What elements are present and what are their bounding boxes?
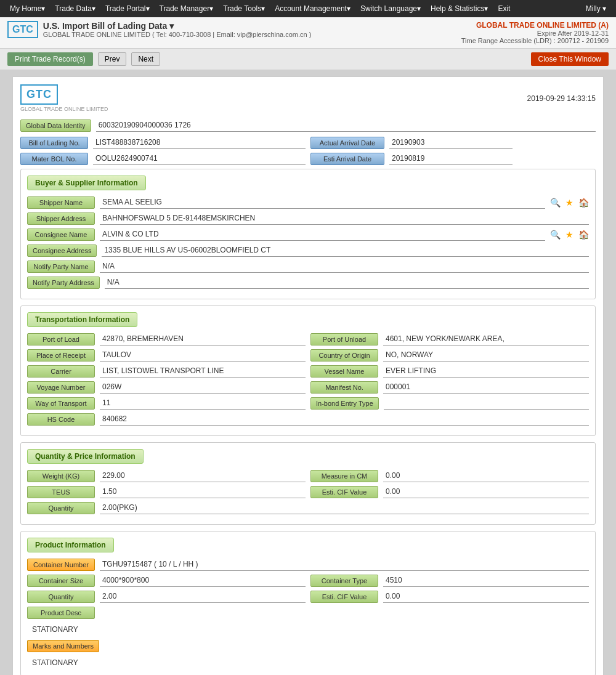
contact-info: GLOBAL TRADE ONLINE LIMITED ( Tel: 400-7…	[43, 31, 312, 38]
marks-numbers-row: Marks and Numbers	[27, 640, 589, 652]
consignee-search-icon[interactable]: 🔍	[550, 230, 561, 240]
time-range: Time Range Accessible (LDR) : 200712 - 2…	[461, 37, 609, 44]
print-button-top[interactable]: Print Trade Record(s)	[7, 52, 93, 66]
product-quantity-label: Quantity	[27, 591, 95, 603]
teus-cif-row: TEUS 1.50 Esti. CIF Value 0.00	[27, 486, 589, 498]
global-data-row: Global Data Identity 600320190904000036 …	[20, 119, 596, 132]
esti-cif-value: 0.00	[383, 486, 589, 498]
nav-trade-manager[interactable]: Trade Manager ▾	[155, 0, 219, 17]
shipper-address-value: BAHNHOFSWALD 5 DE-91448EMSKIRCHEN	[100, 212, 589, 225]
shipper-name-value: SEMA AL SEELIG	[100, 196, 545, 209]
notify-party-address-value: N/A	[105, 277, 589, 289]
product-qty-cif-row: Quantity 2.00 Esti. CIF Value 0.00	[27, 591, 589, 603]
port-unload-label: Port of Unload	[310, 333, 378, 346]
card-header: GTC GLOBAL TRADE ONLINE LIMITED 2019-09-…	[20, 84, 596, 112]
weight-value: 229.00	[100, 470, 306, 482]
master-bol-row: Mater BOL No. OOLU2624900741 Esti Arriva…	[20, 153, 596, 165]
buyer-supplier-title: Buyer & Supplier Information	[27, 176, 146, 190]
container-size-value: 4000*900*800	[100, 575, 306, 587]
container-number-row: Container Number TGHU9715487 ( 10 / L / …	[27, 559, 589, 571]
weight-label: Weight (KG)	[27, 470, 95, 482]
consignee-address-row: Consignee Address 1335 BLUE HILLS AV US-…	[27, 245, 589, 257]
inbond-entry-label: In-bond Entry Type	[310, 397, 379, 410]
consignee-address-value: 1335 BLUE HILLS AV US-06002BLOOMFIELD CT	[102, 245, 589, 257]
measure-cm-value: 0.00	[383, 470, 589, 482]
nav-trade-portal[interactable]: Trade Portal ▾	[100, 0, 155, 17]
expire-info: Expire After 2019-12-31	[461, 30, 609, 37]
product-info-section: Product Information Container Number TGH…	[20, 531, 596, 675]
main-content: GTC GLOBAL TRADE ONLINE LIMITED 2019-09-…	[0, 70, 616, 675]
transportation-section: Transportation Information Port of Load …	[20, 305, 596, 436]
nav-switch-language[interactable]: Switch Language ▾	[355, 0, 426, 17]
sub-header: GTC U.S. Import Bill of Lading Data ▾ GL…	[0, 17, 616, 49]
sub-header-right: GLOBAL TRADE ONLINE LIMITED (A) Expire A…	[461, 21, 609, 44]
product-esti-cif-value: 0.00	[383, 591, 589, 603]
top-navigation: My Home ▾ Trade Data ▾ Trade Portal ▾ Tr…	[0, 0, 616, 17]
close-button-top[interactable]: Close This Window	[531, 52, 609, 66]
notify-party-name-label: Notify Party Name	[27, 261, 95, 273]
carrier-label: Carrier	[27, 365, 95, 378]
port-load-label: Port of Load	[27, 333, 95, 346]
global-data-value: 600320190904000036 1726	[96, 119, 596, 132]
nav-exit[interactable]: Exit	[493, 0, 515, 17]
quantity-value: 2.00(PKG)	[100, 502, 589, 514]
sub-header-left: GTC U.S. Import Bill of Lading Data ▾ GL…	[7, 21, 311, 38]
logo-text: GTC	[12, 24, 33, 35]
consignee-star-icon[interactable]: ★	[565, 230, 573, 240]
receipt-origin-row: Place of Receipt TAULOV Country of Origi…	[27, 349, 589, 362]
nav-help-statistics[interactable]: Help & Statistics ▾	[426, 0, 493, 17]
shipper-address-label: Shipper Address	[27, 212, 95, 225]
esti-arrival-label: Esti Arrival Date	[310, 153, 384, 165]
carrier-value: LIST, LISTOWEL TRANSPORT LINE	[100, 365, 306, 378]
shipper-name-label: Shipper Name	[27, 196, 95, 209]
buyer-supplier-section: Buyer & Supplier Information Shipper Nam…	[20, 169, 596, 299]
transport-inbond-row: Way of Transport 11 In-bond Entry Type	[27, 397, 589, 410]
nav-account-management[interactable]: Account Management ▾	[270, 0, 355, 17]
shipper-home-icon[interactable]: 🏠	[578, 198, 589, 208]
place-receipt-value: TAULOV	[100, 349, 306, 362]
record-card: GTC GLOBAL TRADE ONLINE LIMITED 2019-09-…	[12, 76, 604, 675]
quantity-price-title: Quantity & Price Information	[27, 449, 144, 464]
product-desc-label: Product Desc	[27, 607, 95, 619]
logo-subtitle: GLOBAL TRADE ONLINE LIMITED	[20, 106, 108, 112]
consignee-name-row: Consignee Name ALVIN & CO LTD 🔍 ★ 🏠	[27, 228, 589, 241]
marks-numbers-value: STATIONARY	[27, 656, 589, 669]
nav-trade-data[interactable]: Trade Data ▾	[50, 0, 100, 17]
teus-value: 1.50	[100, 486, 306, 498]
consignee-address-label: Consignee Address	[27, 245, 97, 257]
port-load-value: 42870, BREMERHAVEN	[100, 333, 306, 346]
shipper-star-icon[interactable]: ★	[565, 198, 573, 208]
next-button-top[interactable]: Next	[131, 52, 160, 66]
product-desc-value: STATIONARY	[27, 623, 589, 636]
quantity-price-section: Quantity & Price Information Weight (KG)…	[20, 442, 596, 525]
way-transport-label: Way of Transport	[27, 397, 95, 410]
carrier-vessel-row: Carrier LIST, LISTOWEL TRANSPORT LINE Ve…	[27, 365, 589, 378]
vessel-name-value: EVER LIFTING	[383, 365, 589, 378]
voyage-number-value: 026W	[100, 381, 306, 394]
place-receipt-label: Place of Receipt	[27, 349, 95, 362]
user-label: Milly ▾	[581, 4, 611, 13]
esti-cif-label: Esti. CIF Value	[310, 486, 378, 498]
logo-area: GTC GLOBAL TRADE ONLINE LIMITED	[20, 84, 108, 112]
record-datetime: 2019-09-29 14:33:15	[527, 94, 596, 103]
country-origin-value: NO, NORWAY	[383, 349, 589, 362]
prev-button-top[interactable]: Prev	[98, 52, 127, 66]
consignee-home-icon[interactable]: 🏠	[578, 230, 589, 240]
logo: GTC	[20, 84, 58, 105]
hs-code-value: 840682	[100, 413, 589, 426]
top-toolbar: Print Trade Record(s) Prev Next Close Th…	[0, 49, 616, 70]
global-data-label: Global Data Identity	[20, 119, 91, 132]
consignee-name-label: Consignee Name	[27, 228, 95, 241]
nav-my-home[interactable]: My Home ▾	[5, 0, 50, 17]
company-name: GLOBAL TRADE ONLINE LIMITED (A)	[461, 21, 609, 30]
container-size-label: Container Size	[27, 575, 95, 587]
manifest-no-label: Manifest No.	[310, 381, 378, 394]
nav-trade-tools[interactable]: Trade Tools ▾	[218, 0, 270, 17]
shipper-search-icon[interactable]: 🔍	[550, 198, 561, 208]
bol-arrival-row: Bill of Lading No. LIST488838716208 Actu…	[20, 137, 596, 149]
notify-party-address-label: Notify Party Address	[27, 277, 100, 289]
container-number-value: TGHU9715487 ( 10 / L / HH )	[100, 559, 589, 571]
inbond-entry-value	[384, 397, 589, 410]
container-type-value: 4510	[383, 575, 589, 587]
master-bol-label: Mater BOL No.	[20, 153, 88, 165]
